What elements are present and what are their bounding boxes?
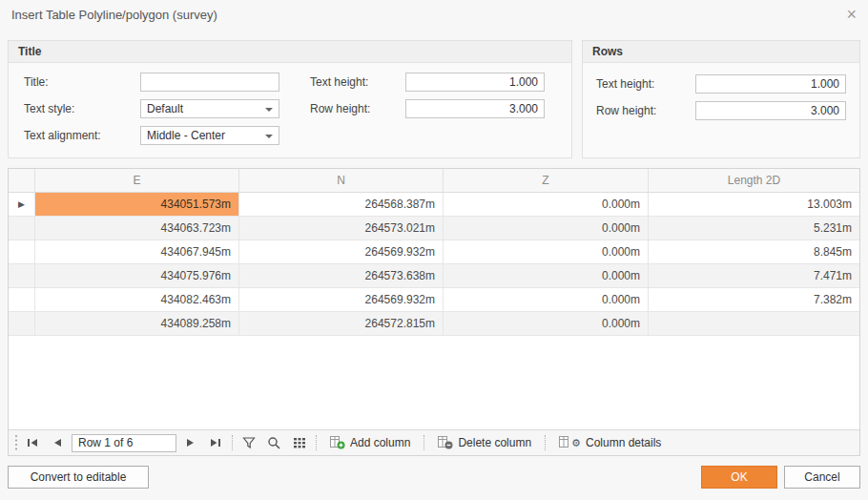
row-selector[interactable] — [9, 288, 35, 312]
table-cell[interactable] — [649, 312, 859, 336]
column-header[interactable]: Length 2D — [649, 169, 859, 192]
toolbar-separator — [424, 435, 424, 450]
table-cell[interactable]: 7.382m — [649, 288, 859, 312]
convert-to-editable-button[interactable]: Convert to editable — [8, 466, 149, 489]
rows-group-header: Rows — [583, 41, 859, 63]
grid-filler — [9, 336, 859, 429]
table-cell[interactable]: 264573.638m — [239, 264, 444, 288]
text-alignment-dropdown[interactable]: Middle - Center — [140, 126, 279, 145]
table-row: ▶434051.573m264568.387m0.000m13.003m — [9, 193, 859, 217]
table-cell[interactable]: 0.000m — [444, 288, 649, 312]
next-record-icon — [186, 438, 196, 448]
text-style-label: Text style: — [24, 102, 140, 115]
text-style-value: Default — [147, 102, 183, 115]
table-cell[interactable]: 0.000m — [444, 264, 649, 288]
table-cell[interactable]: 264569.932m — [239, 288, 444, 312]
text-alignment-value: Middle - Center — [147, 129, 225, 142]
add-column-icon — [330, 436, 345, 449]
table-cell[interactable]: 7.471m — [649, 264, 859, 288]
next-record-button[interactable] — [180, 432, 201, 453]
table-cell[interactable]: 0.000m — [444, 217, 649, 240]
search-icon — [267, 436, 281, 449]
column-header[interactable]: Z — [444, 169, 649, 192]
row-selector[interactable] — [9, 312, 35, 336]
table-row: 434089.258m264572.815m0.000m — [9, 312, 859, 336]
table-cell[interactable]: 13.003m — [649, 193, 859, 217]
rows-row-height-label: Row height: — [596, 104, 695, 117]
title-input[interactable] — [140, 73, 279, 92]
text-height-label: Text height: — [310, 75, 405, 89]
add-column-button[interactable]: Add column — [322, 432, 418, 453]
text-style-dropdown[interactable]: Default — [140, 99, 279, 118]
filter-icon — [242, 437, 256, 449]
chevron-down-icon — [265, 108, 273, 112]
title-group: Title Title: Text height: Text style: De… — [8, 40, 572, 158]
text-height-input[interactable] — [405, 73, 545, 92]
table-cell[interactable]: 0.000m — [444, 312, 649, 336]
row-selector[interactable] — [9, 240, 35, 264]
dialog-titlebar: Insert Table Polyline/polygon (survey) × — [0, 0, 868, 29]
table-row: 434082.463m264569.932m0.000m7.382m — [9, 288, 859, 312]
add-column-label: Add column — [350, 436, 410, 449]
first-record-button[interactable] — [22, 432, 43, 453]
table-cell[interactable]: 264572.815m — [239, 312, 444, 336]
toolbar-separator — [232, 435, 233, 450]
delete-column-button[interactable]: Delete column — [430, 432, 539, 453]
grid-icon — [293, 437, 306, 449]
grid-body: ▶434051.573m264568.387m0.000m13.003m4340… — [9, 193, 859, 336]
first-record-icon — [27, 438, 38, 448]
column-header[interactable]: E — [35, 169, 239, 192]
column-details-label: Column details — [586, 436, 661, 449]
table-cell[interactable]: 434067.945m — [35, 240, 239, 264]
table-row: 434067.945m264569.932m0.000m8.845m — [9, 240, 859, 264]
grid-header: ENZLength 2D — [9, 169, 859, 193]
rows-row-height-input[interactable] — [695, 101, 846, 120]
table-cell[interactable]: 0.000m — [444, 240, 649, 264]
row-selector[interactable]: ▶ — [9, 193, 35, 217]
table-cell[interactable]: 8.845m — [649, 240, 859, 264]
delete-column-icon — [438, 436, 453, 449]
table-cell[interactable]: 5.231m — [649, 217, 859, 240]
last-record-icon — [210, 438, 221, 448]
rows-group: Rows Text height: Row height: — [582, 40, 860, 158]
last-record-button[interactable] — [205, 432, 226, 453]
delete-column-label: Delete column — [458, 436, 531, 449]
filter-button[interactable] — [238, 432, 259, 453]
table-cell[interactable]: 0.000m — [444, 193, 649, 217]
title-label: Title: — [24, 75, 140, 89]
table-cell[interactable]: 264573.021m — [239, 217, 444, 240]
title-group-header: Title — [9, 41, 571, 63]
drag-handle-icon[interactable] — [14, 434, 18, 451]
chevron-down-icon — [265, 135, 273, 138]
data-grid: ENZLength 2D ▶434051.573m264568.387m0.00… — [8, 168, 860, 456]
previous-record-button[interactable] — [47, 432, 68, 453]
table-cell[interactable]: 264569.932m — [239, 240, 444, 264]
row-selector[interactable] — [9, 264, 35, 288]
row-height-input[interactable] — [405, 99, 545, 118]
table-row: 434075.976m264573.638m0.000m7.471m — [9, 264, 859, 288]
table-cell[interactable]: 434082.463m — [35, 288, 239, 312]
rows-text-height-label: Text height: — [596, 77, 695, 91]
row-indicator-input[interactable] — [72, 434, 176, 452]
dialog-footer: Convert to editable OK Cancel — [8, 465, 860, 489]
ok-button[interactable]: OK — [701, 466, 777, 489]
grid-toolbar: Add column Delete column ⚙ Column detail… — [9, 429, 859, 455]
gear-icon: ⚙ — [571, 438, 581, 448]
rows-text-height-input[interactable] — [695, 74, 846, 94]
search-button[interactable] — [263, 432, 285, 453]
table-cell[interactable]: 434063.723m — [35, 217, 239, 240]
table-cell[interactable]: 434089.258m — [35, 312, 239, 336]
grid-corner — [9, 169, 35, 192]
column-header[interactable]: N — [239, 169, 444, 192]
cancel-button[interactable]: Cancel — [784, 466, 860, 489]
text-alignment-label: Text alignment: — [24, 129, 140, 142]
table-cell[interactable]: 434075.976m — [35, 264, 239, 288]
column-details-button[interactable]: ⚙ Column details — [551, 432, 669, 453]
table-cell[interactable]: 434051.573m — [35, 193, 239, 217]
close-icon[interactable]: × — [846, 6, 857, 23]
grid-view-button[interactable] — [289, 432, 310, 453]
dialog-title: Insert Table Polyline/polygon (survey) — [11, 8, 846, 22]
table-row: 434063.723m264573.021m0.000m5.231m — [9, 217, 859, 240]
table-cell[interactable]: 264568.387m — [239, 193, 444, 217]
row-selector[interactable] — [9, 217, 35, 240]
